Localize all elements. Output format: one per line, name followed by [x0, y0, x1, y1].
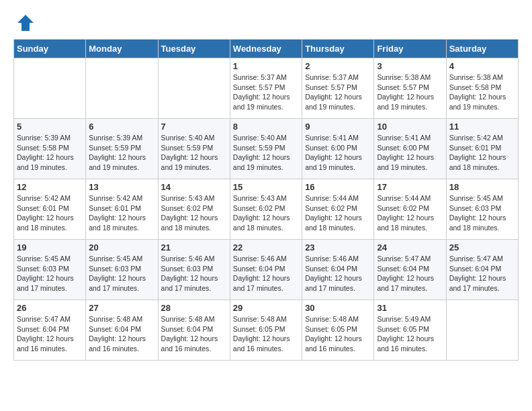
calendar-week-row: 26Sunrise: 5:47 AM Sunset: 6:04 PM Dayli… [14, 300, 519, 361]
day-number: 12 [17, 182, 83, 192]
calendar-cell: 28Sunrise: 5:48 AM Sunset: 6:04 PM Dayli… [158, 300, 230, 361]
calendar-cell: 11Sunrise: 5:42 AM Sunset: 6:01 PM Dayli… [446, 119, 518, 179]
calendar-cell: 5Sunrise: 5:39 AM Sunset: 5:58 PM Daylig… [14, 119, 86, 179]
day-number: 4 [449, 61, 515, 71]
calendar-week-row: 12Sunrise: 5:42 AM Sunset: 6:01 PM Dayli… [14, 179, 519, 240]
day-info: Sunrise: 5:48 AM Sunset: 6:05 PM Dayligh… [305, 314, 371, 354]
calendar-cell: 17Sunrise: 5:44 AM Sunset: 6:02 PM Dayli… [374, 179, 446, 240]
calendar-cell: 4Sunrise: 5:38 AM Sunset: 5:58 PM Daylig… [446, 58, 518, 119]
day-number: 1 [233, 61, 299, 71]
calendar-cell: 19Sunrise: 5:45 AM Sunset: 6:03 PM Dayli… [14, 240, 86, 300]
day-number: 24 [377, 242, 443, 253]
day-info: Sunrise: 5:42 AM Sunset: 6:01 PM Dayligh… [89, 193, 154, 233]
calendar-cell: 16Sunrise: 5:44 AM Sunset: 6:02 PM Dayli… [302, 179, 374, 240]
day-number: 26 [17, 303, 83, 313]
day-info: Sunrise: 5:45 AM Sunset: 6:03 PM Dayligh… [449, 193, 515, 233]
day-number: 20 [89, 242, 154, 253]
day-number: 17 [377, 182, 443, 192]
day-info: Sunrise: 5:44 AM Sunset: 6:02 PM Dayligh… [305, 193, 371, 233]
day-number: 14 [161, 182, 227, 192]
calendar-week-row: 19Sunrise: 5:45 AM Sunset: 6:03 PM Dayli… [14, 240, 519, 300]
calendar-cell: 20Sunrise: 5:45 AM Sunset: 6:03 PM Dayli… [86, 240, 158, 300]
calendar-cell: 10Sunrise: 5:41 AM Sunset: 6:00 PM Dayli… [374, 119, 446, 179]
svg-marker-0 [17, 15, 34, 31]
day-info: Sunrise: 5:38 AM Sunset: 5:57 PM Dayligh… [377, 73, 443, 112]
day-number: 5 [17, 122, 83, 132]
day-number: 23 [305, 242, 371, 253]
day-info: Sunrise: 5:48 AM Sunset: 6:04 PM Dayligh… [161, 314, 227, 354]
day-info: Sunrise: 5:47 AM Sunset: 6:04 PM Dayligh… [377, 254, 443, 293]
day-number: 22 [233, 242, 299, 253]
calendar-cell: 30Sunrise: 5:48 AM Sunset: 6:05 PM Dayli… [302, 300, 374, 361]
calendar-cell: 12Sunrise: 5:42 AM Sunset: 6:01 PM Dayli… [14, 179, 86, 240]
day-number: 13 [89, 182, 154, 192]
day-number: 3 [377, 61, 443, 71]
day-number: 25 [449, 242, 515, 253]
calendar-cell: 3Sunrise: 5:38 AM Sunset: 5:57 PM Daylig… [374, 58, 446, 119]
calendar-header-row: SundayMondayTuesdayWednesdayThursdayFrid… [14, 40, 519, 58]
day-info: Sunrise: 5:45 AM Sunset: 6:03 PM Dayligh… [17, 254, 83, 293]
calendar-cell: 13Sunrise: 5:42 AM Sunset: 6:01 PM Dayli… [86, 179, 158, 240]
calendar-cell: 21Sunrise: 5:46 AM Sunset: 6:03 PM Dayli… [158, 240, 230, 300]
calendar-cell: 31Sunrise: 5:49 AM Sunset: 6:05 PM Dayli… [374, 300, 446, 361]
day-info: Sunrise: 5:37 AM Sunset: 5:57 PM Dayligh… [233, 73, 299, 112]
day-info: Sunrise: 5:39 AM Sunset: 5:59 PM Dayligh… [89, 133, 154, 173]
day-info: Sunrise: 5:38 AM Sunset: 5:58 PM Dayligh… [449, 73, 515, 112]
calendar-cell: 15Sunrise: 5:43 AM Sunset: 6:02 PM Dayli… [230, 179, 302, 240]
calendar-header-friday: Friday [374, 40, 446, 58]
day-info: Sunrise: 5:42 AM Sunset: 6:01 PM Dayligh… [449, 133, 515, 173]
calendar-cell: 26Sunrise: 5:47 AM Sunset: 6:04 PM Dayli… [14, 300, 86, 361]
logo [13, 13, 35, 32]
calendar-cell [86, 58, 158, 119]
day-number: 6 [89, 122, 154, 132]
calendar-week-row: 5Sunrise: 5:39 AM Sunset: 5:58 PM Daylig… [14, 119, 519, 179]
day-number: 16 [305, 182, 371, 192]
page-header [13, 13, 519, 32]
calendar-cell [14, 58, 86, 119]
calendar-cell: 27Sunrise: 5:48 AM Sunset: 6:04 PM Dayli… [86, 300, 158, 361]
calendar-week-row: 1Sunrise: 5:37 AM Sunset: 5:57 PM Daylig… [14, 58, 519, 119]
day-info: Sunrise: 5:46 AM Sunset: 6:04 PM Dayligh… [305, 254, 371, 293]
calendar-header-thursday: Thursday [302, 40, 374, 58]
day-info: Sunrise: 5:47 AM Sunset: 6:04 PM Dayligh… [17, 314, 83, 354]
calendar-cell: 29Sunrise: 5:48 AM Sunset: 6:05 PM Dayli… [230, 300, 302, 361]
day-info: Sunrise: 5:37 AM Sunset: 5:57 PM Dayligh… [305, 73, 371, 112]
day-number: 11 [449, 122, 515, 132]
day-info: Sunrise: 5:41 AM Sunset: 6:00 PM Dayligh… [377, 133, 443, 173]
day-info: Sunrise: 5:40 AM Sunset: 5:59 PM Dayligh… [233, 133, 299, 173]
calendar-header-tuesday: Tuesday [158, 40, 230, 58]
day-info: Sunrise: 5:44 AM Sunset: 6:02 PM Dayligh… [377, 193, 443, 233]
day-info: Sunrise: 5:41 AM Sunset: 6:00 PM Dayligh… [305, 133, 371, 173]
calendar-cell: 22Sunrise: 5:46 AM Sunset: 6:04 PM Dayli… [230, 240, 302, 300]
calendar-cell: 18Sunrise: 5:45 AM Sunset: 6:03 PM Dayli… [446, 179, 518, 240]
day-info: Sunrise: 5:40 AM Sunset: 5:59 PM Dayligh… [161, 133, 227, 173]
calendar-header-saturday: Saturday [446, 40, 518, 58]
calendar-cell: 2Sunrise: 5:37 AM Sunset: 5:57 PM Daylig… [302, 58, 374, 119]
calendar-cell [158, 58, 230, 119]
day-info: Sunrise: 5:49 AM Sunset: 6:05 PM Dayligh… [377, 314, 443, 354]
calendar-cell: 1Sunrise: 5:37 AM Sunset: 5:57 PM Daylig… [230, 58, 302, 119]
day-info: Sunrise: 5:48 AM Sunset: 6:05 PM Dayligh… [233, 314, 299, 354]
day-info: Sunrise: 5:42 AM Sunset: 6:01 PM Dayligh… [17, 193, 83, 233]
calendar-cell: 6Sunrise: 5:39 AM Sunset: 5:59 PM Daylig… [86, 119, 158, 179]
day-number: 29 [233, 303, 299, 313]
logo-icon [16, 13, 35, 32]
calendar-cell: 24Sunrise: 5:47 AM Sunset: 6:04 PM Dayli… [374, 240, 446, 300]
calendar-cell: 25Sunrise: 5:47 AM Sunset: 6:04 PM Dayli… [446, 240, 518, 300]
day-info: Sunrise: 5:45 AM Sunset: 6:03 PM Dayligh… [89, 254, 154, 293]
calendar-cell: 14Sunrise: 5:43 AM Sunset: 6:02 PM Dayli… [158, 179, 230, 240]
calendar-cell: 23Sunrise: 5:46 AM Sunset: 6:04 PM Dayli… [302, 240, 374, 300]
day-number: 27 [89, 303, 154, 313]
day-info: Sunrise: 5:46 AM Sunset: 6:03 PM Dayligh… [161, 254, 227, 293]
calendar-header-sunday: Sunday [14, 40, 86, 58]
day-info: Sunrise: 5:46 AM Sunset: 6:04 PM Dayligh… [233, 254, 299, 293]
day-info: Sunrise: 5:39 AM Sunset: 5:58 PM Dayligh… [17, 133, 83, 173]
calendar-table: SundayMondayTuesdayWednesdayThursdayFrid… [13, 39, 519, 361]
calendar-cell: 8Sunrise: 5:40 AM Sunset: 5:59 PM Daylig… [230, 119, 302, 179]
day-number: 2 [305, 61, 371, 71]
day-number: 7 [161, 122, 227, 132]
day-info: Sunrise: 5:43 AM Sunset: 6:02 PM Dayligh… [161, 193, 227, 233]
calendar-cell: 9Sunrise: 5:41 AM Sunset: 6:00 PM Daylig… [302, 119, 374, 179]
calendar-cell [446, 300, 518, 361]
day-number: 15 [233, 182, 299, 192]
